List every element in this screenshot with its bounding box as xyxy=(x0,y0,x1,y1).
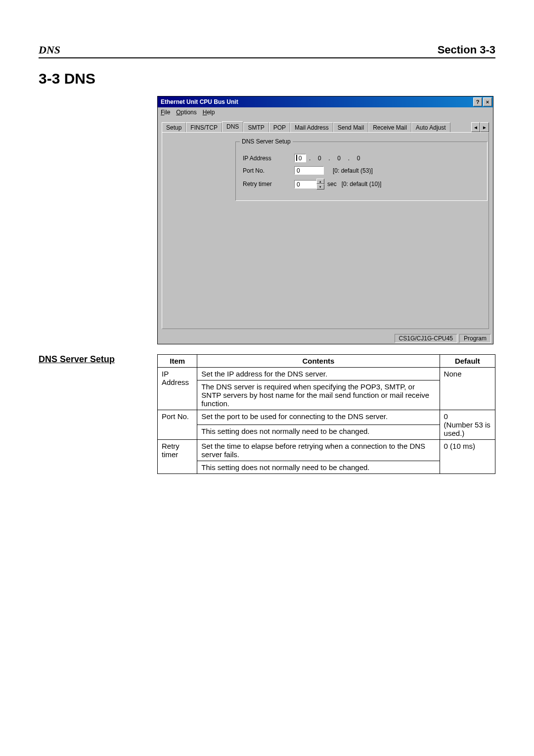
cell-contents: This setting does not normally need to b… xyxy=(197,425,440,440)
tab-panel: DNS Server Setup IP Address 0 . 0 . 0 . xyxy=(162,132,489,329)
tab-auto-adjust[interactable]: Auto Adjust xyxy=(411,122,450,133)
port-hint: [0: default (53)] xyxy=(333,167,373,174)
help-icon[interactable]: ? xyxy=(473,97,482,106)
tab-mail-address[interactable]: Mail Address xyxy=(290,122,333,133)
th-default: Default xyxy=(440,355,495,368)
spinner-down-icon[interactable]: ▾ xyxy=(316,184,324,189)
menu-file[interactable]: File xyxy=(161,109,170,116)
tabs-row: Setup FINS/TCP DNS SMTP POP Mail Address… xyxy=(162,121,489,132)
tab-scroll-left-icon[interactable]: ◄ xyxy=(471,122,480,132)
tab-scroll-right-icon[interactable]: ► xyxy=(480,122,489,132)
dns-groupbox: DNS Server Setup IP Address 0 . 0 . 0 . xyxy=(235,142,488,201)
tab-setup[interactable]: Setup xyxy=(162,122,186,133)
ip-address-label: IP Address xyxy=(243,155,285,162)
cell-contents: Set the time to elapse before retrying w… xyxy=(197,440,440,461)
close-icon[interactable]: × xyxy=(483,97,492,106)
header-bar: DNS Section 3-3 xyxy=(39,44,495,58)
menu-options[interactable]: Options xyxy=(176,109,196,116)
spinner-up-icon[interactable]: ▴ xyxy=(316,179,324,184)
ip-dot: . xyxy=(328,155,330,162)
ip-octet-4[interactable]: 0 xyxy=(353,155,364,162)
ip-octet-2[interactable]: 0 xyxy=(313,155,325,162)
retry-spinner[interactable]: ▴ ▾ xyxy=(316,179,324,189)
cell-default: 0 (10 ms) xyxy=(440,440,495,474)
ip-octet-3[interactable]: 0 xyxy=(333,155,345,162)
cell-contents: Set the IP address for the DNS server. xyxy=(197,368,440,380)
th-contents: Contents xyxy=(197,355,440,368)
cell-contents: This setting does not normally need to b… xyxy=(197,461,440,474)
retry-label: Retry timer xyxy=(243,181,285,188)
section-heading: 3-3 DNS xyxy=(39,70,495,87)
tab-dns[interactable]: DNS xyxy=(222,121,243,132)
cell-item: Port No. xyxy=(158,410,197,440)
group-legend: DNS Server Setup xyxy=(240,138,293,145)
statusbar: CS1G/CJ1G-CPU45 Program xyxy=(158,333,493,344)
tab-pop[interactable]: POP xyxy=(269,122,290,133)
cell-contents: Set the port to be used for connecting t… xyxy=(197,410,440,425)
tab-smtp[interactable]: SMTP xyxy=(243,122,268,133)
port-input[interactable]: 0 xyxy=(294,166,324,175)
ip-octet-1[interactable]: 0 xyxy=(294,154,306,162)
cell-default: None xyxy=(440,368,495,410)
retry-input[interactable]: 0 xyxy=(294,180,317,189)
header-right: Section 3-3 xyxy=(438,44,495,56)
tab-send-mail[interactable]: Send Mail xyxy=(333,122,368,133)
status-cpu: CS1G/CJ1G-CPU45 xyxy=(395,334,457,343)
status-mode: Program xyxy=(459,334,491,343)
retry-unit: sec xyxy=(327,181,337,188)
menu-help[interactable]: Help xyxy=(203,109,215,116)
cell-item: IP Address xyxy=(158,368,197,410)
retry-hint: [0: default (10)] xyxy=(342,181,382,188)
menubar: File Options Help xyxy=(158,107,493,117)
cell-contents: The DNS server is required when specifyi… xyxy=(197,380,440,410)
ip-dot: . xyxy=(309,155,311,162)
th-item: Item xyxy=(158,355,197,368)
table-row: IP Address Set the IP address for the DN… xyxy=(158,368,495,380)
table-row: Retry timer Set the time to elapse befor… xyxy=(158,440,495,461)
tab-receive-mail[interactable]: Receive Mail xyxy=(368,122,411,133)
definitions-table: Item Contents Default IP Address Set the… xyxy=(157,354,495,474)
ip-dot: . xyxy=(348,155,350,162)
header-left: DNS xyxy=(39,44,60,56)
table-row: Port No. Set the port to be used for con… xyxy=(158,410,495,425)
cell-item: Retry timer xyxy=(158,440,197,474)
titlebar: Ethernet Unit CPU Bus Unit ? × xyxy=(158,96,493,107)
cell-default: 0 (Number 53 is used.) xyxy=(440,410,495,440)
ethernet-dialog: Ethernet Unit CPU Bus Unit ? × File Opti… xyxy=(157,96,493,344)
tab-fins-tcp[interactable]: FINS/TCP xyxy=(186,122,222,133)
subheading: DNS Server Setup xyxy=(39,354,144,365)
port-label: Port No. xyxy=(243,167,285,174)
window-title: Ethernet Unit CPU Bus Unit xyxy=(161,98,238,105)
